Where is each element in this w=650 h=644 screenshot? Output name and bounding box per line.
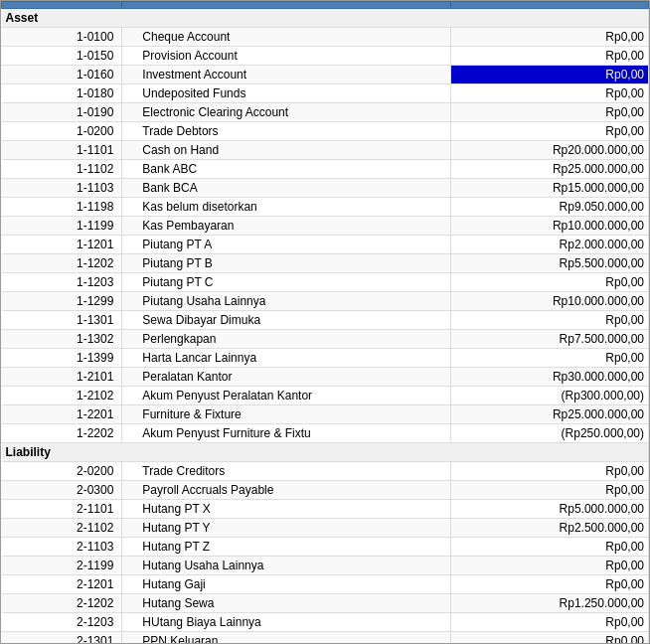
acct-number: 1-1199 <box>2 217 122 236</box>
acct-name: Piutang Usaha Lainnya <box>122 292 451 311</box>
table-row[interactable]: 2-0200Trade CreditorsRp0,00 <box>2 462 649 481</box>
acct-balance: Rp0,00 <box>451 66 649 84</box>
acct-number: 1-2101 <box>2 368 122 387</box>
acct-balance: Rp0,00 <box>451 481 649 500</box>
acct-number: 2-1201 <box>2 575 122 594</box>
acct-number: 2-1101 <box>2 500 122 519</box>
table-row[interactable]: 1-2101Peralatan KantorRp30.000.000,00 <box>2 368 649 387</box>
acct-number: 1-1103 <box>2 179 122 198</box>
table-row[interactable]: 2-1102Hutang PT YRp2.500.000,00 <box>2 519 649 538</box>
table-row[interactable]: 1-1301Sewa Dibayar DimukaRp0,00 <box>2 311 649 330</box>
acct-balance: Rp9.050.000,00 <box>451 198 649 217</box>
acct-name: Peralatan Kantor <box>122 368 451 387</box>
acct-number: 1-0190 <box>2 103 122 122</box>
acct-name: Hutang PT Z <box>122 538 451 557</box>
acct-number: 1-2201 <box>2 405 122 424</box>
acct-balance: Rp0,00 <box>451 273 649 292</box>
table-row[interactable]: 1-0190Electronic Clearing AccountRp0,00 <box>2 103 649 122</box>
acct-balance: Rp0,00 <box>451 538 649 557</box>
table-row[interactable]: 2-0300Payroll Accruals PayableRp0,00 <box>2 481 649 500</box>
acct-name: Hutang PT X <box>122 500 451 519</box>
table-row[interactable]: 1-0160Investment AccountRp0,00 <box>2 66 649 84</box>
table-row[interactable]: 1-2201Furniture & FixtureRp25.000.000,00 <box>2 405 649 424</box>
acct-balance: Rp15.000.000,00 <box>451 179 649 198</box>
table-row[interactable]: 1-0180Undeposited FundsRp0,00 <box>2 84 649 103</box>
acct-balance: Rp0,00 <box>451 613 649 632</box>
acct-name: Piutang PT B <box>122 254 451 273</box>
acct-balance: Rp0,00 <box>451 462 649 481</box>
table-row[interactable]: 2-1301PPN KeluaranRp0,00 <box>2 632 649 645</box>
section-header-liability: Liability <box>2 443 649 462</box>
table-row[interactable]: 1-1199Kas PembayaranRp10.000.000,00 <box>2 217 649 236</box>
acct-name: Perlengkapan <box>122 330 451 349</box>
table-row[interactable]: 2-1203HUtang Biaya LainnyaRp0,00 <box>2 613 649 632</box>
acct-balance: Rp7.500.000,00 <box>451 330 649 349</box>
acct-number: 1-0180 <box>2 84 122 103</box>
acct-number: 1-2202 <box>2 424 122 443</box>
table-row[interactable]: 1-1202Piutang PT BRp5.500.000,00 <box>2 254 649 273</box>
acct-name: Cash on Hand <box>122 141 451 160</box>
acct-balance: Rp0,00 <box>451 28 649 47</box>
acct-balance: Rp5.500.000,00 <box>451 254 649 273</box>
acct-balance: (Rp250.000,00) <box>451 424 649 443</box>
acct-name: Hutang PT Y <box>122 519 451 538</box>
acct-balance: Rp20.000.000,00 <box>451 141 649 160</box>
table-row[interactable]: 1-0200Trade DebtorsRp0,00 <box>2 122 649 141</box>
acct-name: Sewa Dibayar Dimuka <box>122 311 451 330</box>
acct-number: 1-1203 <box>2 273 122 292</box>
acct-name: Kas belum disetorkan <box>122 198 451 217</box>
acct-name: Akum Penyust Peralatan Kantor <box>122 387 451 405</box>
acct-balance: Rp25.000.000,00 <box>451 160 649 179</box>
acct-name: Hutang Usaha Lainnya <box>122 557 451 575</box>
table-row[interactable]: 2-1201Hutang GajiRp0,00 <box>2 575 649 594</box>
table-row[interactable]: 1-1399Harta Lancar LainnyaRp0,00 <box>2 349 649 368</box>
acct-number: 2-1301 <box>2 632 122 645</box>
table-row[interactable]: 1-1198Kas belum disetorkanRp9.050.000,00 <box>2 198 649 217</box>
acct-balance: Rp0,00 <box>451 557 649 575</box>
acct-balance: Rp25.000.000,00 <box>451 405 649 424</box>
table-row[interactable]: 1-0150Provision AccountRp0,00 <box>2 47 649 66</box>
table-row[interactable]: 1-1101Cash on HandRp20.000.000,00 <box>2 141 649 160</box>
acct-name: Hutang Sewa <box>122 594 451 613</box>
acct-number: 1-1301 <box>2 311 122 330</box>
acct-name: Akum Penyust Furniture & Fixtu <box>122 424 451 443</box>
acct-name: Trade Debtors <box>122 122 451 141</box>
acct-balance: Rp30.000.000,00 <box>451 368 649 387</box>
acct-balance: Rp2.500.000,00 <box>451 519 649 538</box>
table-row[interactable]: 1-1201Piutang PT ARp2.000.000,00 <box>2 236 649 254</box>
table-row[interactable]: 1-1302PerlengkapanRp7.500.000,00 <box>2 330 649 349</box>
acct-name: Undeposited Funds <box>122 84 451 103</box>
accounts-table: Asset1-0100Cheque AccountRp0,001-0150Pro… <box>1 1 649 644</box>
acct-number: 1-1201 <box>2 236 122 254</box>
table-row[interactable]: 2-1202Hutang SewaRp1.250.000,00 <box>2 594 649 613</box>
table-row[interactable]: 1-1299Piutang Usaha LainnyaRp10.000.000,… <box>2 292 649 311</box>
table-row[interactable]: 2-1103Hutang PT ZRp0,00 <box>2 538 649 557</box>
acct-name: Piutang PT A <box>122 236 451 254</box>
acct-number: 1-1399 <box>2 349 122 368</box>
table-row[interactable]: 1-2102Akum Penyust Peralatan Kantor(Rp30… <box>2 387 649 405</box>
table-row[interactable]: 1-0100Cheque AccountRp0,00 <box>2 28 649 47</box>
table-row[interactable]: 2-1199Hutang Usaha LainnyaRp0,00 <box>2 557 649 575</box>
acct-number: 1-0100 <box>2 28 122 47</box>
acct-number: 1-1202 <box>2 254 122 273</box>
acct-number: 2-1199 <box>2 557 122 575</box>
acct-name: Furniture & Fixture <box>122 405 451 424</box>
acct-balance: Rp1.250.000,00 <box>451 594 649 613</box>
table-row[interactable]: 2-1101Hutang PT XRp5.000.000,00 <box>2 500 649 519</box>
acct-balance: Rp0,00 <box>451 349 649 368</box>
acct-balance: Rp0,00 <box>451 575 649 594</box>
accounts-table-container[interactable]: Asset1-0100Cheque AccountRp0,001-0150Pro… <box>0 0 650 644</box>
acct-name: Hutang Gaji <box>122 575 451 594</box>
acct-number: 1-0150 <box>2 47 122 66</box>
acct-balance: Rp5.000.000,00 <box>451 500 649 519</box>
acct-number: 2-1202 <box>2 594 122 613</box>
acct-number: 2-0200 <box>2 462 122 481</box>
table-row[interactable]: 1-2202Akum Penyust Furniture & Fixtu(Rp2… <box>2 424 649 443</box>
acct-number: 1-1101 <box>2 141 122 160</box>
acct-name: Provision Account <box>122 47 451 66</box>
acct-name: Payroll Accruals Payable <box>122 481 451 500</box>
acct-name: Kas Pembayaran <box>122 217 451 236</box>
table-row[interactable]: 1-1203Piutang PT CRp0,00 <box>2 273 649 292</box>
table-row[interactable]: 1-1102Bank ABCRp25.000.000,00 <box>2 160 649 179</box>
table-row[interactable]: 1-1103Bank BCARp15.000.000,00 <box>2 179 649 198</box>
